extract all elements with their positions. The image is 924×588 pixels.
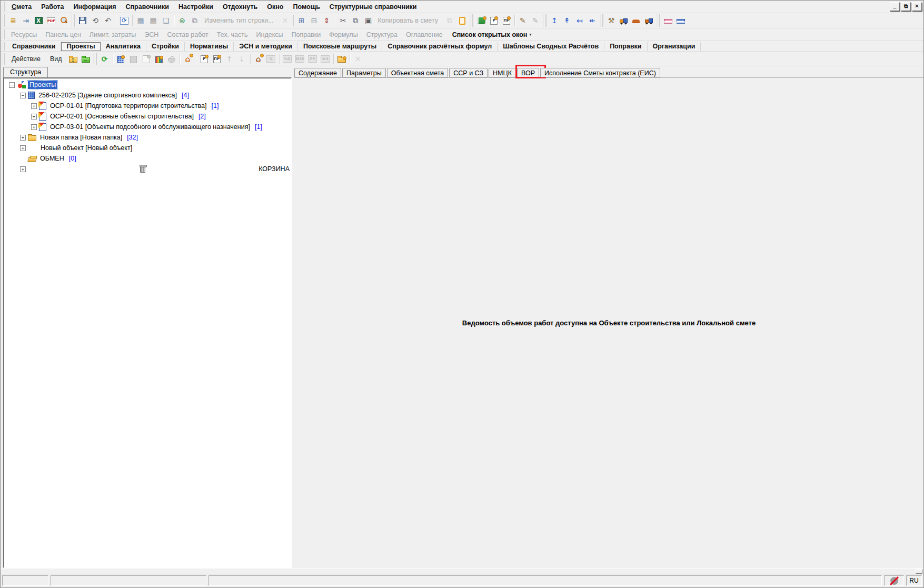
tree-item[interactable]: +ОСР-02-01 [Основные объекты строительст… [4, 111, 291, 122]
pp-button[interactable]: РР [306, 53, 319, 65]
tree-item[interactable]: +Новая папка [Новая папка][32] [4, 132, 291, 143]
tree-item-label[interactable]: ОСР-03-01 [Объекты подсобного и обслужив… [48, 123, 252, 131]
restore-button[interactable]: ⧉ [901, 2, 911, 11]
panel-item[interactable]: Тех. часть [213, 31, 252, 38]
delete-button[interactable]: ✕ [352, 53, 364, 65]
tree-item-label[interactable]: ОСР-02-01 [Основные объекты строительств… [48, 112, 195, 121]
resources-button[interactable]: ⚒ [605, 14, 618, 27]
toolbar-grip[interactable] [2, 42, 5, 51]
tree-expander-plus-icon[interactable]: + [20, 135, 26, 141]
language-indicator[interactable]: RU [906, 575, 922, 586]
copy-structure-button[interactable]: ⧉ [188, 14, 201, 27]
panel-item[interactable]: Индексы [252, 31, 287, 38]
tree-expander-plus-icon[interactable]: + [20, 166, 26, 172]
price-book-pink-button[interactable] [662, 14, 674, 27]
toolbar-grip[interactable] [657, 14, 660, 27]
tree-structure-button[interactable]: ≣ [7, 14, 19, 27]
house-index-button[interactable]: ⌂ [252, 53, 265, 65]
content-tab[interactable]: Объектная смета [387, 68, 449, 77]
new-folder-button[interactable] [335, 53, 348, 65]
tree-expander-plus-icon[interactable]: + [31, 103, 37, 109]
workspace-tab[interactable]: Шаблоны Сводных Расчётов [498, 42, 604, 51]
export-pdf-button[interactable]: PDF [45, 14, 57, 27]
tree-item-label[interactable]: Новая папка [Новая папка] [38, 133, 124, 142]
new-complex-button[interactable] [153, 53, 165, 65]
insert-section-button[interactable]: ▦ [134, 14, 147, 27]
panel-item[interactable]: Ресурсы [7, 31, 41, 38]
workspace-tab[interactable]: Поисковые маршруты [298, 42, 382, 51]
comment-button[interactable]: ❏ [160, 14, 172, 27]
level-last-button[interactable]: ↞ [586, 14, 599, 27]
open-windows-button[interactable]: Список открытых окон [447, 31, 530, 38]
tree-item[interactable]: −256-02-2025 [Здание спортивного комплек… [4, 90, 291, 101]
menu-item[interactable]: Структурные справочники [325, 2, 422, 12]
paste-button[interactable]: ▣ [362, 14, 375, 27]
minimize-button[interactable]: _ [890, 2, 900, 11]
expand-rows-button[interactable]: ⇕ [321, 14, 333, 27]
workspace-tab[interactable]: Справочники [7, 42, 61, 51]
cut-button[interactable]: ✂ [337, 14, 350, 27]
workspace-tab[interactable]: Нормативы [185, 42, 234, 51]
fz-button[interactable]: ФЗ [319, 53, 332, 65]
workspace-tab[interactable]: Аналитика [101, 42, 146, 51]
content-tab[interactable]: Параметры [342, 68, 386, 77]
workspace-tab[interactable]: Стройки [146, 42, 185, 51]
copy-page-button[interactable]: ⧉ [443, 14, 456, 27]
machines-truck-button[interactable] [618, 14, 630, 27]
materials-bricks-button[interactable] [630, 14, 643, 27]
norm-base-book-button[interactable] [475, 14, 488, 27]
search-button[interactable] [57, 14, 70, 27]
delivery-truck-button[interactable] [643, 14, 655, 27]
panel-item[interactable]: Лимит. затраты [85, 31, 141, 38]
chevron-down-icon[interactable]: ▾ [529, 32, 535, 37]
save-button[interactable] [76, 14, 89, 27]
export-excel-button[interactable]: X [32, 14, 45, 27]
workspace-tab[interactable]: ЭСН и методики [234, 42, 298, 51]
level-down-button[interactable]: ↤ [573, 14, 586, 27]
percent-10-button[interactable]: % [265, 53, 277, 65]
menu-item[interactable]: Смета [7, 2, 36, 12]
move-down-button[interactable]: ↓ [236, 53, 249, 65]
tree-item-label[interactable]: ОСР-01-01 [Подготовка территории строите… [48, 102, 208, 110]
tree-expander-minus-icon[interactable]: − [9, 82, 15, 88]
insert-row-button[interactable]: ▦ [147, 14, 160, 27]
page-p-button[interactable]: P [198, 53, 211, 65]
content-tab[interactable]: Исполнение Сметы контракта (ЕИС) [540, 68, 660, 77]
menu-item[interactable]: Помощь [288, 2, 324, 12]
calculator-insert-button[interactable]: ⊟ [308, 14, 321, 27]
level-first-button[interactable]: ↥ [548, 14, 561, 27]
page-pr-button[interactable]: ПР [500, 14, 513, 27]
building-list-button[interactable] [127, 53, 140, 65]
tree-item[interactable]: +Новый объект [Новый объект] [4, 143, 291, 153]
tree-item[interactable]: +КОРЗИНА [4, 164, 291, 174]
web-export-button[interactable]: ⊜ [176, 14, 188, 27]
toolbar-grip[interactable] [2, 29, 5, 39]
toolbar-grip[interactable] [600, 14, 603, 27]
menu-item[interactable]: Справочники [121, 2, 174, 12]
move-up-button[interactable]: ↑ [223, 53, 236, 65]
page-p-button[interactable]: P [488, 14, 500, 27]
page-pr-button[interactable]: ПР [211, 53, 223, 65]
tab-structure[interactable]: Структура [3, 67, 48, 77]
tree-expander-minus-icon[interactable]: − [20, 93, 26, 98]
workspace-tab[interactable]: Проекты [61, 42, 100, 51]
tree-item-label[interactable]: Проекты [28, 81, 57, 89]
panel-item[interactable]: Оглавление [402, 31, 447, 38]
recalculate-button[interactable]: ⟳ [118, 14, 131, 27]
menu-item[interactable]: Отдохнуть [218, 2, 262, 12]
purse-button[interactable] [165, 53, 178, 65]
workspace-tab[interactable]: Поправки [604, 42, 647, 51]
tree-item[interactable]: ОБМЕН[0] [4, 153, 291, 164]
folder-collapse-button[interactable]: − [80, 53, 92, 65]
tree-expander-plus-icon[interactable]: + [31, 114, 37, 119]
price-book-blue-button[interactable] [674, 14, 687, 27]
tree-expander-plus-icon[interactable]: + [31, 124, 37, 130]
new-building-button[interactable] [115, 53, 127, 65]
content-tab[interactable]: ВОР [517, 68, 539, 77]
tree-item[interactable]: +ОСР-01-01 [Подготовка территории строит… [4, 101, 291, 111]
toolbar-grip[interactable] [2, 2, 5, 12]
clear-row-button[interactable]: ✕ [279, 14, 292, 27]
tree-insert-button[interactable]: ⇥ [19, 14, 32, 27]
calculator-button[interactable]: ⊞ [295, 14, 308, 27]
toolbar-grip[interactable] [2, 14, 5, 27]
